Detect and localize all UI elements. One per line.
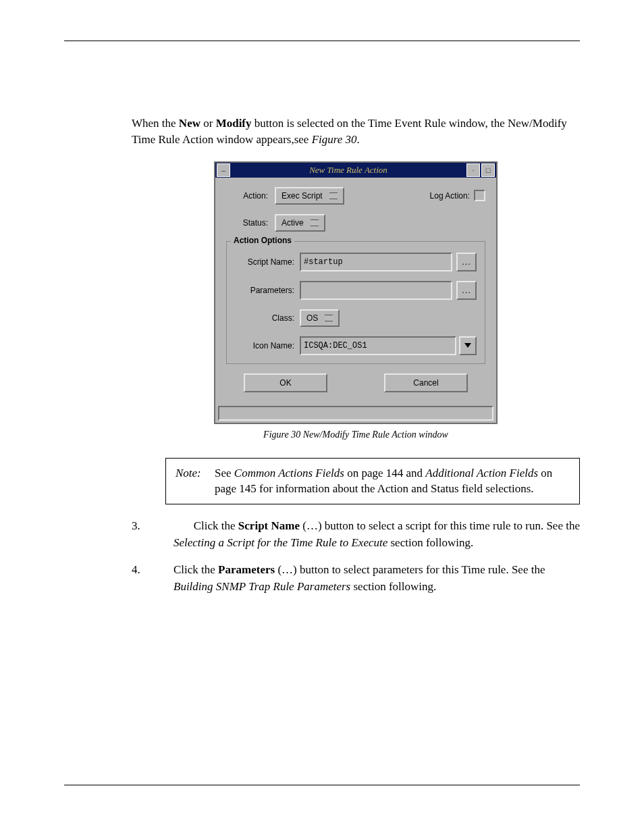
step-3-body: Click the Script Name (…) button to sele… [173, 518, 580, 551]
ok-label: OK [279, 378, 291, 388]
step-4-body: Click the Parameters (…) button to selec… [173, 562, 580, 595]
icon-name-label: Icon Name: [235, 341, 294, 350]
intro-figref: Figure 30 [312, 133, 357, 146]
note-text: See Common Actions Fields on page 144 an… [215, 465, 570, 498]
intro-paragraph: When the New or Modify button is selecte… [132, 115, 580, 148]
intro-suffix: . [357, 133, 360, 146]
action-options-legend: Action Options [231, 236, 294, 245]
action-select[interactable]: Exec Script [275, 187, 344, 205]
note-t2: on page 144 and [344, 467, 425, 479]
s4-t2: (…) button to select parameters for this… [275, 563, 545, 576]
new-time-rule-action-dialog: – New Time Rule Action · □ Action: Exec … [214, 161, 498, 424]
note-box: Note: See Common Actions Fields on page … [165, 458, 580, 505]
step-3: 3. Click the Script Name (…) button to s… [132, 518, 580, 551]
script-name-input[interactable]: #startup [300, 253, 452, 271]
icon-name-value: ICSQA:DEC_OS1 [304, 341, 367, 350]
parameters-label: Parameters: [235, 286, 294, 295]
intro-new: New [179, 117, 200, 130]
note-t1: See [215, 467, 234, 479]
status-label: Status: [226, 218, 268, 228]
action-options-fieldset: Action Options Script Name: #startup ...… [226, 241, 485, 364]
icon-name-input[interactable]: ICSQA:DEC_OS1 [300, 336, 456, 355]
script-name-label: Script Name: [235, 257, 294, 267]
dropdown-icon [311, 219, 319, 226]
window-menu-icon[interactable]: – [217, 163, 230, 177]
intro-text: When the [132, 117, 179, 130]
dropdown-icon [325, 315, 333, 321]
log-action-label: Log Action: [430, 191, 470, 201]
note-i2: Additional Action Fields [425, 467, 538, 479]
s4-i1: Building SNMP Trap Rule Parameters [173, 580, 350, 593]
status-select[interactable]: Active [275, 214, 325, 232]
ellipsis-icon: ... [462, 257, 471, 267]
cancel-button[interactable]: Cancel [384, 373, 468, 392]
class-select[interactable]: OS [300, 309, 340, 327]
dropdown-icon [329, 192, 338, 199]
note-label: Note: [176, 465, 215, 498]
dialog-statusbar [218, 406, 493, 421]
figure-caption: Figure 30 New/Modify Time Rule Action wi… [132, 429, 580, 440]
parameters-input[interactable] [300, 281, 452, 300]
step-4: 4. Click the Parameters (…) button to se… [132, 562, 580, 595]
class-value: OS [306, 313, 318, 323]
footer-rule [64, 785, 580, 785]
ellipsis-icon: ... [462, 286, 471, 295]
dialog-title: New Time Rule Action [230, 165, 466, 176]
s4-b1: Parameters [218, 563, 275, 576]
icon-name-dropdown-button[interactable] [459, 336, 477, 355]
parameters-browse-button[interactable]: ... [456, 281, 477, 300]
intro-modify: Modify [216, 117, 252, 130]
action-value: Exec Script [281, 191, 323, 201]
action-label: Action: [226, 191, 268, 201]
dialog-titlebar: – New Time Rule Action · □ [215, 163, 496, 178]
s3-t2: (…) button to select a script for this t… [300, 519, 580, 532]
s3-t3: section following. [387, 536, 473, 549]
s4-t1: Click the [173, 563, 218, 576]
header-rule [64, 41, 580, 41]
note-i1: Common Actions Fields [234, 467, 344, 479]
s3-i1: Selecting a Script for the Time Rule to … [173, 536, 387, 549]
minimize-icon[interactable]: · [466, 163, 480, 177]
maximize-icon[interactable]: □ [481, 163, 495, 177]
script-name-value: #startup [304, 257, 343, 267]
s3-b1: Script Name [238, 519, 300, 532]
s3-t1: Click the [194, 519, 238, 532]
step-4-number: 4. [132, 562, 173, 595]
intro-or: or [200, 117, 216, 130]
log-action-checkbox[interactable] [474, 190, 485, 201]
s4-t3: section following. [350, 580, 436, 593]
cancel-label: Cancel [413, 378, 438, 388]
step-3-number: 3. [132, 518, 173, 551]
class-label: Class: [235, 313, 294, 323]
ok-button[interactable]: OK [244, 373, 327, 392]
status-value: Active [281, 218, 304, 228]
chevron-down-icon [464, 343, 471, 348]
script-name-browse-button[interactable]: ... [456, 253, 477, 271]
